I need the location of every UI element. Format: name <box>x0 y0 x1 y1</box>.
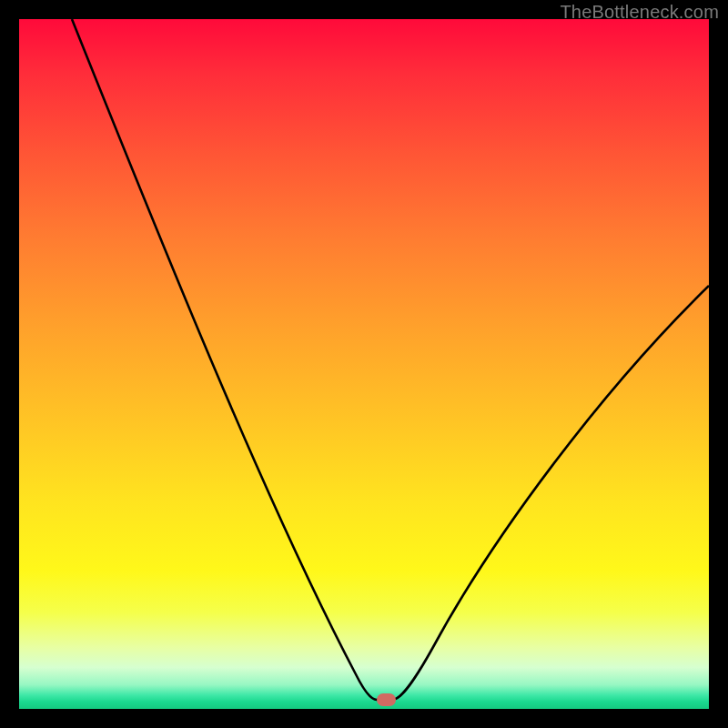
plot-area <box>19 19 709 709</box>
bottleneck-curve <box>19 19 709 709</box>
optimal-point-marker <box>377 693 396 706</box>
chart-frame: TheBottleneck.com <box>0 0 728 728</box>
watermark-text: TheBottleneck.com <box>560 2 719 23</box>
curve-path <box>72 19 709 700</box>
